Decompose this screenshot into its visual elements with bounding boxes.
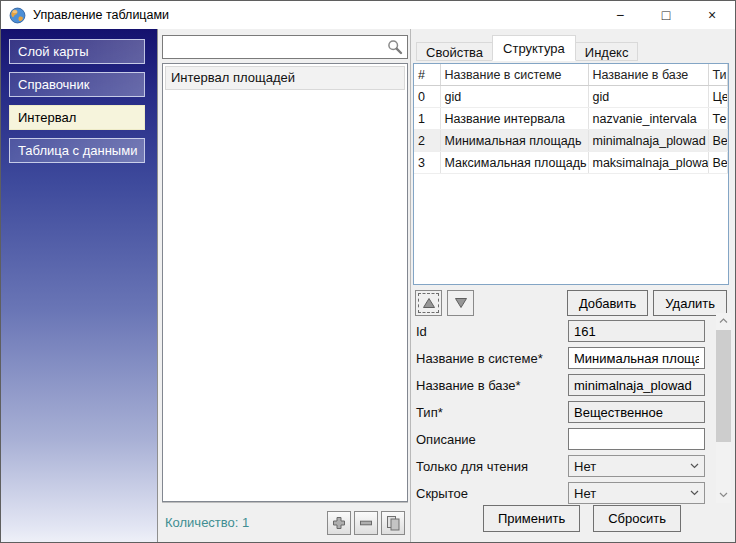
add-field-button[interactable]: Добавить: [567, 290, 648, 316]
form-row-hidden: Скрытое Нет: [416, 482, 735, 504]
form-row-db-name: Название в базе*: [416, 374, 735, 396]
table-row[interactable]: 1 Название интервала nazvanie_intervala …: [414, 108, 728, 130]
table-header-row: # Название в системе Название в базе Ти: [414, 64, 728, 86]
tab-label: Свойства: [426, 45, 483, 60]
cell-system-name: Максимальная площадь: [440, 152, 588, 174]
sidebar-item-interval[interactable]: Интервал: [9, 105, 145, 130]
table-row[interactable]: 0 gid gid Це: [414, 86, 728, 108]
triangle-up-icon: [421, 295, 437, 311]
sidebar-item-data-table[interactable]: Таблица с данными: [9, 138, 145, 163]
sidebar: Слой карты Справочник Интервал Таблица с…: [1, 29, 158, 542]
table-row-selected[interactable]: 2 Минимальная площадь minimalnaja_plowad…: [414, 130, 728, 152]
title-bar: Управление таблицами − □ ×: [1, 1, 735, 29]
form-row-type: Тип*: [416, 401, 735, 423]
list-footer: Количество: 1: [162, 502, 408, 542]
scroll-up-button[interactable]: [716, 313, 731, 329]
search-icon: [387, 39, 403, 55]
add-table-button[interactable]: [327, 511, 351, 535]
cell-num: 0: [414, 86, 440, 108]
remove-table-button[interactable]: [354, 511, 378, 535]
sidebar-item-label: Слой карты: [18, 44, 89, 59]
tab-structure[interactable]: Структура: [492, 35, 576, 61]
hidden-select[interactable]: Нет: [568, 482, 705, 504]
field-properties-form: Id Название в системе* Название в базе* …: [413, 320, 735, 504]
detail-panel: Свойства Структура Индекс # Название в с…: [410, 29, 735, 542]
tab-properties[interactable]: Свойства: [416, 42, 493, 61]
move-up-button[interactable]: [415, 290, 442, 316]
cell-db-name: minimalnaja_plowad: [588, 130, 708, 152]
sidebar-item-reference[interactable]: Справочник: [9, 72, 145, 97]
tables-list: Интервал площадей: [162, 63, 408, 502]
count-label: Количество: 1: [165, 515, 327, 530]
cell-type: Ве: [708, 130, 728, 152]
field-label: Название в системе*: [416, 351, 568, 366]
maximize-button[interactable]: □: [643, 1, 689, 29]
minus-icon: [358, 515, 374, 531]
combo-value: Нет: [574, 486, 596, 501]
form-row-description: Описание: [416, 428, 735, 450]
plus-icon: [331, 515, 347, 531]
field-label: Id: [416, 324, 568, 339]
sidebar-item-map-layer[interactable]: Слой карты: [9, 39, 145, 64]
system-name-field[interactable]: [568, 347, 705, 369]
table-row[interactable]: 3 Максимальная площадь maksimalnaja_plow…: [414, 152, 728, 174]
scrollbar-thumb[interactable]: [716, 330, 731, 442]
list-panel: Интервал площадей Количество: 1: [158, 29, 410, 542]
readonly-select[interactable]: Нет: [568, 455, 705, 477]
minimize-button[interactable]: −: [597, 1, 643, 29]
field-label: Название в базе*: [416, 378, 568, 393]
form-actions: Применить Сбросить: [483, 505, 681, 532]
form-row-readonly: Только для чтения Нет: [416, 455, 735, 477]
globe-icon: [9, 7, 26, 24]
form-row-id: Id: [416, 320, 735, 342]
window-title: Управление таблицами: [33, 8, 597, 22]
triangle-down-icon: [453, 295, 469, 311]
column-header[interactable]: Название в системе: [440, 64, 588, 86]
type-field[interactable]: [568, 401, 705, 423]
cell-num: 1: [414, 108, 440, 130]
tab-index[interactable]: Индекс: [575, 42, 639, 61]
field-label: Описание: [416, 432, 568, 447]
sidebar-item-label: Интервал: [18, 110, 76, 125]
column-header[interactable]: Ти: [708, 64, 728, 86]
form-scrollbar[interactable]: [716, 313, 731, 503]
cell-db-name: maksimalnaja_plowac: [588, 152, 708, 174]
column-header[interactable]: #: [414, 64, 440, 86]
copy-icon: [385, 515, 401, 531]
tab-strip: Свойства Структура Индекс: [416, 35, 735, 61]
cell-db-name: gid: [588, 86, 708, 108]
move-down-button[interactable]: [447, 290, 474, 316]
cell-db-name: nazvanie_intervala: [588, 108, 708, 130]
description-field[interactable]: [568, 428, 705, 450]
db-name-field[interactable]: [568, 374, 705, 396]
table-controls: Добавить Удалить: [413, 290, 731, 316]
cell-type: Те: [708, 108, 728, 130]
chevron-up-icon: [719, 318, 728, 324]
column-header[interactable]: Название в базе: [588, 64, 708, 86]
app-window: Управление таблицами − □ × Слой карты Сп…: [0, 0, 736, 543]
close-button[interactable]: ×: [689, 1, 735, 29]
cell-type: Ве: [708, 152, 728, 174]
reset-button[interactable]: Сбросить: [593, 505, 681, 532]
search-box: [162, 35, 408, 59]
search-input[interactable]: [162, 35, 408, 59]
list-item[interactable]: Интервал площадей: [165, 66, 405, 90]
tab-label: Индекс: [585, 45, 629, 60]
id-field[interactable]: [568, 320, 705, 342]
chevron-down-icon: [719, 492, 728, 498]
structure-table: # Название в системе Название в базе Ти …: [413, 63, 729, 285]
field-label: Только для чтения: [416, 459, 568, 474]
cell-system-name: gid: [440, 86, 588, 108]
cell-system-name: Минимальная площадь: [440, 130, 588, 152]
cell-system-name: Название интервала: [440, 108, 588, 130]
scroll-down-button[interactable]: [716, 487, 731, 503]
field-label: Тип*: [416, 405, 568, 420]
cell-type: Це: [708, 86, 728, 108]
cell-num: 3: [414, 152, 440, 174]
sidebar-item-label: Справочник: [18, 77, 90, 92]
copy-table-button[interactable]: [381, 511, 405, 535]
tab-label: Структура: [503, 41, 565, 56]
apply-button[interactable]: Применить: [483, 505, 580, 532]
form-row-system-name: Название в системе*: [416, 347, 735, 369]
combo-value: Нет: [574, 459, 596, 474]
